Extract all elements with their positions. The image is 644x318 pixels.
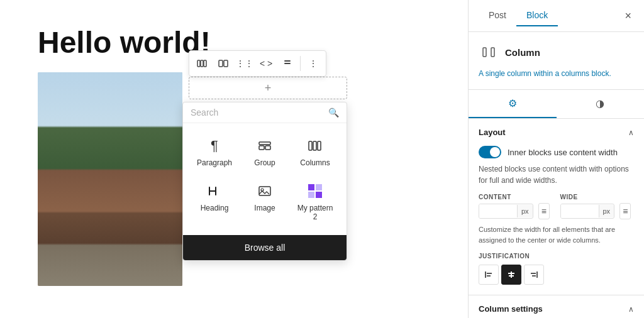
toolbar-divider: [300, 56, 301, 71]
column-settings-section: Column settings ∧ WIDTH px: [469, 295, 644, 318]
width-help-text: Customize the width for all elements tha…: [479, 224, 634, 245]
tab-settings-gear[interactable]: ⚙: [469, 90, 557, 118]
svg-rect-7: [259, 142, 270, 145]
columns-icon: [308, 137, 322, 155]
list-item[interactable]: Group: [241, 131, 289, 173]
svg-rect-12: [318, 141, 321, 150]
svg-rect-15: [483, 48, 486, 57]
toggle-row: Inner blocks use content width: [479, 146, 634, 158]
sidebar-tabs: Post Block: [479, 5, 558, 26]
list-item[interactable]: Columns: [291, 131, 339, 173]
picker-search-bar: 🔍: [183, 102, 347, 123]
chevron-up-icon-col: ∧: [628, 305, 634, 314]
wide-width-unit: px: [599, 205, 614, 217]
search-icon[interactable]: 🔍: [328, 107, 339, 118]
block-description: A single column within a columns block.: [479, 69, 611, 78]
content-width-reset[interactable]: ≡: [538, 203, 550, 219]
svg-rect-17: [485, 271, 486, 278]
list-item[interactable]: Image: [241, 176, 289, 228]
layout-section-header[interactable]: Layout ∧: [469, 119, 644, 146]
editor-area: Hello world! ⋮⋮ < > ⋮ + 🔍 ¶ Paragraph: [0, 0, 468, 318]
svg-rect-22: [509, 275, 514, 277]
justification-label: JUSTIFICATION: [479, 253, 634, 260]
half-circle-icon: ◑: [596, 97, 604, 109]
svg-rect-20: [511, 271, 512, 278]
layout-section-title: Layout: [479, 128, 506, 137]
tab-block[interactable]: Block: [516, 5, 558, 26]
image-icon: [258, 182, 272, 200]
content-width-col: CONTENT px ≡: [479, 194, 553, 219]
svg-point-14: [261, 189, 264, 191]
justify-right-button[interactable]: [524, 265, 544, 285]
svg-rect-18: [487, 273, 492, 274]
settings-icon-tabs: ⚙ ◑: [469, 90, 644, 119]
svg-rect-2: [204, 60, 206, 67]
content-width-input[interactable]: [479, 204, 517, 218]
tab-settings-styles[interactable]: ◑: [557, 90, 645, 118]
block-icon: [479, 42, 499, 62]
wide-width-input-wrap: px: [560, 204, 615, 219]
svg-rect-24: [531, 273, 536, 274]
justify-center-button[interactable]: [501, 265, 521, 285]
wide-label: WIDE: [560, 194, 635, 200]
split-column-button[interactable]: [213, 53, 233, 74]
svg-rect-5: [284, 60, 291, 62]
list-item[interactable]: ¶ Paragraph: [191, 131, 238, 173]
layout-section: Layout ∧ Inner blocks use content width …: [469, 119, 644, 295]
close-sidebar-button[interactable]: ×: [622, 7, 634, 25]
block-toolbar: ⋮⋮ < > ⋮: [189, 50, 326, 77]
my-pattern-2-label: My pattern 2: [295, 204, 335, 221]
column-settings-header[interactable]: Column settings ∧: [469, 295, 644, 318]
justify-left-button[interactable]: [479, 265, 499, 285]
add-block-button[interactable]: +: [189, 77, 347, 99]
block-info: Column A single column within a columns …: [469, 32, 644, 90]
tab-post[interactable]: Post: [479, 5, 516, 26]
add-block-icon: +: [265, 82, 272, 95]
search-input[interactable]: [191, 107, 328, 118]
toggle-label: Inner blocks use content width: [508, 148, 618, 157]
group-icon: [258, 137, 272, 155]
svg-rect-19: [487, 275, 491, 277]
block-name: Column: [505, 47, 540, 58]
content-width-unit: px: [517, 205, 533, 217]
image-label: Image: [254, 204, 275, 212]
svg-rect-11: [313, 141, 316, 150]
chevron-up-icon: ∧: [628, 128, 634, 137]
wide-width-input[interactable]: [561, 204, 599, 218]
list-item[interactable]: My pattern 2: [291, 176, 339, 228]
svg-rect-10: [309, 141, 312, 150]
more-options-button[interactable]: ⋮: [303, 53, 323, 74]
width-row: CONTENT px ≡ WIDE px: [479, 194, 634, 219]
content-width-input-wrap: px: [479, 204, 533, 219]
svg-rect-8: [259, 146, 264, 150]
sidebar-header: Post Block ×: [469, 0, 644, 32]
list-item[interactable]: Heading: [191, 176, 238, 228]
sidebar: Post Block × Column A single column with…: [468, 0, 644, 318]
heading-icon: [208, 182, 221, 200]
column-settings-title: Column settings: [479, 304, 543, 314]
drag-handle-button[interactable]: ⋮⋮: [235, 53, 255, 74]
browse-all-button[interactable]: Browse all: [183, 235, 347, 260]
svg-rect-3: [219, 60, 223, 67]
svg-rect-6: [284, 63, 291, 64]
svg-rect-0: [197, 60, 200, 67]
svg-rect-4: [224, 60, 228, 67]
gear-icon: ⚙: [508, 97, 517, 109]
columns-layout-button[interactable]: [192, 53, 212, 74]
wide-width-reset[interactable]: ≡: [619, 203, 631, 219]
svg-rect-9: [265, 146, 270, 150]
code-editor-button[interactable]: < >: [256, 53, 276, 74]
inner-blocks-toggle[interactable]: [479, 146, 501, 158]
wide-width-col: WIDE px ≡: [560, 194, 635, 219]
featured-image: [38, 72, 182, 286]
content-label: CONTENT: [479, 194, 553, 200]
columns-label: Columns: [300, 158, 330, 167]
svg-rect-16: [491, 48, 494, 57]
paragraph-label: Paragraph: [197, 158, 232, 167]
move-button[interactable]: [277, 53, 297, 74]
paragraph-icon: ¶: [211, 137, 218, 155]
justification-buttons: [479, 265, 634, 285]
toggle-help-text: Nested blocks use content width with opt…: [479, 163, 634, 186]
my-pattern-2-icon: [308, 182, 322, 200]
svg-rect-1: [201, 60, 203, 67]
